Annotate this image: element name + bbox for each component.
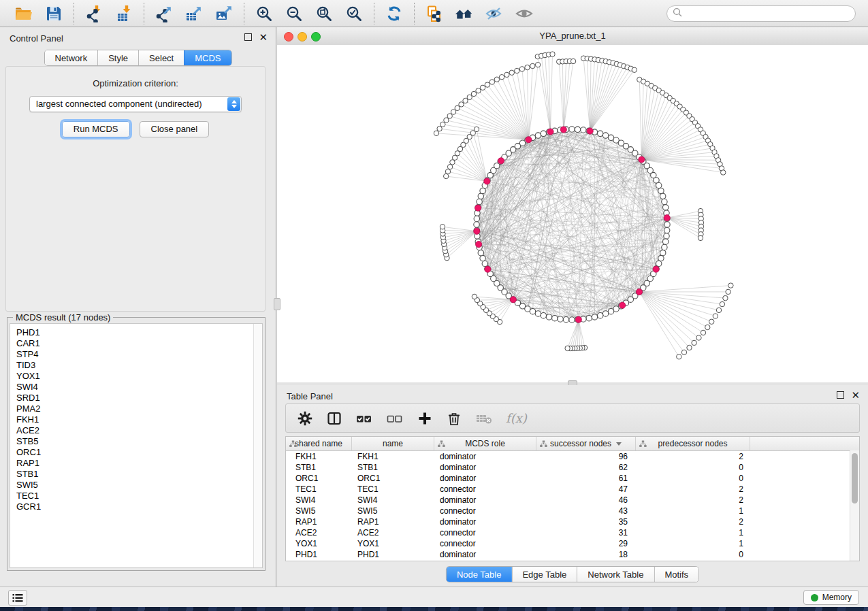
create-column-icon[interactable] bbox=[417, 410, 433, 427]
save-session-icon[interactable] bbox=[44, 4, 63, 23]
table-row[interactable]: TEC1TEC1connector472 bbox=[286, 484, 859, 495]
table-row[interactable]: YOX1YOX1connector291 bbox=[286, 538, 859, 549]
table-row[interactable]: FKH1FKH1dominator962 bbox=[286, 451, 859, 462]
table-panel: Table Panel ✕ f(x) shared namenameMCDS r… bbox=[277, 385, 868, 587]
table-panel-tabs: Node TableEdge TableNetwork TableMotifs bbox=[446, 566, 699, 582]
cell-shared-name: YOX1 bbox=[286, 538, 352, 549]
mcds-result-item[interactable]: CAR1 bbox=[10, 338, 262, 349]
mcds-result-item[interactable]: STP4 bbox=[10, 349, 262, 360]
first-neighbors-icon[interactable] bbox=[455, 4, 474, 23]
open-file-icon[interactable] bbox=[14, 4, 33, 23]
cell-MCDS-role: dominator bbox=[434, 451, 536, 462]
memory-button-label: Memory bbox=[822, 593, 852, 602]
export-table-icon[interactable] bbox=[184, 4, 204, 23]
mcds-result-item[interactable]: TEC1 bbox=[10, 491, 262, 501]
table-options-icon[interactable] bbox=[297, 410, 313, 427]
result-list-scrollbar[interactable] bbox=[253, 324, 262, 567]
mcds-result-item[interactable]: RAP1 bbox=[10, 458, 262, 469]
search-input[interactable] bbox=[686, 7, 855, 20]
cell-name: FKH1 bbox=[352, 451, 434, 462]
vertical-splitter-grip[interactable] bbox=[274, 298, 280, 310]
table-row[interactable]: RAP1RAP1dominator352 bbox=[286, 516, 859, 527]
column-header-MCDS-role[interactable]: MCDS role bbox=[434, 437, 536, 450]
mcds-result-item[interactable]: SWI4 bbox=[10, 382, 262, 393]
mcds-result-item[interactable]: TID3 bbox=[10, 360, 262, 371]
mcds-result-item[interactable]: FKH1 bbox=[10, 414, 262, 425]
network-window-title: YPA_prune.txt_1 bbox=[277, 31, 868, 41]
zoom-selected-icon[interactable] bbox=[344, 4, 364, 23]
float-table-panel-icon[interactable] bbox=[837, 391, 844, 399]
cell-successor-nodes: 18 bbox=[536, 549, 636, 560]
close-table-panel-icon[interactable]: ✕ bbox=[851, 391, 860, 399]
criterion-select[interactable]: largest connected component (undirected) bbox=[29, 96, 242, 112]
show-panels-button[interactable] bbox=[8, 590, 27, 606]
column-header-predecessor-nodes[interactable]: predecessor nodes bbox=[636, 437, 750, 450]
tab-select[interactable]: Select bbox=[138, 50, 184, 65]
close-panel-button[interactable]: Close panel bbox=[140, 121, 210, 137]
network-graph[interactable] bbox=[277, 45, 868, 382]
zoom-out-icon[interactable] bbox=[285, 4, 304, 23]
mcds-result-item[interactable]: STB1 bbox=[10, 469, 262, 480]
float-panel-icon[interactable] bbox=[244, 33, 252, 41]
unselect-all-columns-icon[interactable] bbox=[386, 410, 404, 427]
run-mcds-button[interactable]: Run MCDS bbox=[62, 121, 130, 137]
mcds-result-item[interactable]: YOX1 bbox=[10, 371, 262, 382]
import-table-icon[interactable] bbox=[114, 4, 133, 23]
tab-network-table[interactable]: Network Table bbox=[577, 567, 654, 582]
mcds-result-item[interactable]: ORC1 bbox=[10, 447, 262, 458]
select-stepper-icon bbox=[227, 97, 240, 111]
tab-mcds[interactable]: MCDS bbox=[184, 50, 231, 65]
mcds-result-list[interactable]: PHD1CAR1STP4TID3YOX1SWI4SRD1PMA2FKH1ACE2… bbox=[10, 323, 263, 568]
mcds-result-item[interactable]: STB5 bbox=[10, 436, 262, 447]
table-row[interactable]: PHD1PHD1dominator180 bbox=[286, 549, 859, 560]
mcds-result-group: MCDS result (17 nodes) PHD1CAR1STP4TID3Y… bbox=[7, 317, 266, 571]
close-panel-icon[interactable]: ✕ bbox=[259, 33, 268, 41]
select-all-columns-icon[interactable] bbox=[355, 410, 373, 427]
duplicate-network-icon[interactable] bbox=[425, 4, 444, 23]
table-row[interactable]: SWI5SWI5connector431 bbox=[286, 506, 859, 516]
column-header-successor-nodes[interactable]: successor nodes bbox=[536, 437, 636, 450]
cell-name: YOX1 bbox=[352, 538, 434, 549]
delete-columns-icon[interactable] bbox=[446, 410, 462, 427]
cell-name: SWI4 bbox=[352, 495, 434, 506]
hide-selected-icon[interactable] bbox=[485, 4, 504, 23]
tab-edge-table[interactable]: Edge Table bbox=[511, 567, 577, 582]
mcds-result-item[interactable]: PHD1 bbox=[10, 327, 262, 338]
column-tree-icon bbox=[289, 440, 297, 450]
export-image-icon[interactable] bbox=[214, 4, 234, 23]
cell-predecessor-nodes: 0 bbox=[636, 473, 750, 484]
column-header-shared-name[interactable]: shared name bbox=[286, 437, 352, 450]
tab-style[interactable]: Style bbox=[97, 50, 138, 65]
cell-shared-name: PHD1 bbox=[286, 549, 352, 560]
tab-node-table[interactable]: Node Table bbox=[447, 567, 512, 582]
mcds-result-item[interactable]: ACE2 bbox=[10, 425, 262, 436]
column-tree-icon bbox=[438, 440, 445, 450]
tab-network[interactable]: Network bbox=[44, 50, 97, 65]
search-icon bbox=[673, 7, 682, 20]
network-window-titlebar[interactable]: YPA_prune.txt_1 bbox=[277, 27, 868, 46]
mcds-result-item[interactable]: SRD1 bbox=[10, 393, 262, 403]
mcds-result-item[interactable]: GCR1 bbox=[10, 501, 262, 512]
import-network-icon[interactable] bbox=[84, 4, 103, 23]
memory-button[interactable]: Memory bbox=[803, 590, 859, 605]
column-header-name[interactable]: name bbox=[352, 437, 434, 450]
memory-status-icon bbox=[811, 594, 818, 601]
zoom-fit-icon[interactable] bbox=[315, 4, 334, 23]
tab-motifs[interactable]: Motifs bbox=[654, 567, 698, 582]
export-network-icon[interactable] bbox=[155, 4, 174, 23]
refresh-layout-icon[interactable] bbox=[385, 4, 404, 23]
mcds-result-item[interactable]: PMA2 bbox=[10, 403, 262, 414]
show-columns-icon[interactable] bbox=[326, 410, 342, 427]
cell-predecessor-nodes: 0 bbox=[636, 462, 750, 473]
mcds-result-item[interactable]: SWI5 bbox=[10, 480, 262, 491]
column-tree-icon bbox=[540, 440, 547, 450]
table-row[interactable]: ORC1ORC1dominator610 bbox=[286, 473, 859, 484]
table-row[interactable]: ACE2ACE2connector311 bbox=[286, 527, 859, 538]
table-row[interactable]: SWI4SWI4dominator462 bbox=[286, 495, 859, 506]
cell-predecessor-nodes: 1 bbox=[636, 506, 750, 516]
table-row[interactable]: STB1STB1dominator620 bbox=[286, 462, 859, 473]
table-scrollbar-thumb[interactable] bbox=[852, 453, 858, 503]
show-all-icon[interactable] bbox=[515, 4, 534, 23]
zoom-in-icon[interactable] bbox=[255, 4, 274, 23]
table-scrollbar[interactable] bbox=[850, 450, 859, 561]
